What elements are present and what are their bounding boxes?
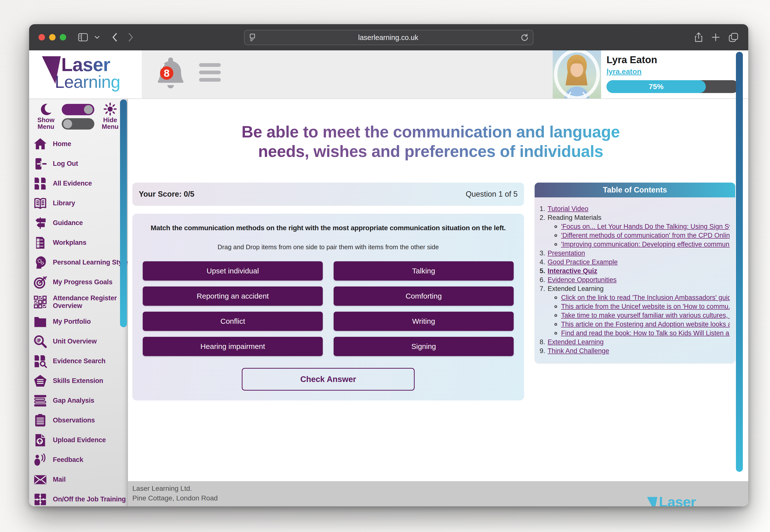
- quiz-section: Your Score: 0/5 Question 1 of 5 Match th…: [132, 183, 524, 400]
- skills-extension-icon: [33, 374, 47, 388]
- evidence-search-icon: [33, 354, 47, 368]
- quiz-method-pill[interactable]: Writing: [334, 312, 514, 331]
- toc-subitem[interactable]: 'Focus on... Let Your Hands Do the Talki…: [554, 222, 730, 231]
- logo-box: Laser Learning: [29, 50, 142, 98]
- quiz-situation-pill[interactable]: Hearing impairment: [143, 337, 323, 356]
- toc-subitem[interactable]: This article from the Unicef website is …: [554, 302, 730, 311]
- bullet-icon: [554, 332, 557, 335]
- table-of-contents: Table of Contents 1.Tutorial Video2.Read…: [535, 183, 735, 363]
- toc-item-good-practice-example[interactable]: 4.Good Practice Example: [539, 258, 730, 266]
- toc-item-interactive-quiz[interactable]: 5.Interactive Quiz: [539, 266, 730, 275]
- hide-menu-toggle[interactable]: [62, 118, 94, 130]
- close-window-button[interactable]: [38, 34, 45, 40]
- sidebar-item-my-progress-goals[interactable]: My Progress Goals: [29, 272, 128, 292]
- quiz-subinstruction: Drag and Drop items from one side to pai…: [140, 243, 517, 251]
- sidebar-item-all-evidence[interactable]: All Evidence: [29, 174, 128, 193]
- avatar[interactable]: [553, 50, 601, 98]
- sidebar-item-observations[interactable]: Observations: [29, 411, 128, 430]
- sidebar-item-library[interactable]: Library: [29, 193, 128, 213]
- toc-subitem[interactable]: Click on the link to read 'The Inclusion…: [554, 293, 730, 302]
- show-menu-toggle[interactable]: [62, 104, 94, 115]
- quiz-situation-pill[interactable]: Upset individual: [143, 261, 323, 281]
- progress-goals-icon: [33, 275, 47, 289]
- quiz-situation-pill[interactable]: Reporting an accident: [143, 286, 323, 306]
- job-training-icon: [33, 492, 47, 506]
- sidebar-item-unit-overview[interactable]: Unit Overview: [29, 332, 128, 351]
- sidebar-item-feedback[interactable]: Feedback: [29, 450, 128, 470]
- sidebar-panel-icon[interactable]: [78, 33, 88, 41]
- sidebar-item-label: Log Out: [53, 160, 128, 167]
- sidebar-item-workplans[interactable]: Workplans: [29, 233, 128, 253]
- sidebar-item-label: Gap Analysis: [53, 397, 128, 404]
- toc-item-reading-materials: 2.Reading Materials: [539, 213, 730, 222]
- check-answer-button[interactable]: Check Answer: [242, 368, 415, 391]
- quiz-question-counter: Question 1 of 5: [466, 190, 517, 199]
- back-icon[interactable]: [112, 33, 117, 42]
- sidebar-item-attendance-register-overview[interactable]: Attendance Register Overview: [29, 292, 128, 312]
- page-settings-icon[interactable]: [249, 33, 256, 42]
- sidebar-scrollbar-thumb[interactable]: [120, 99, 127, 327]
- footer-company: Laser Learning Ltd.: [132, 484, 748, 493]
- toc-subitem[interactable]: 'Different methods of communication' fro…: [554, 231, 730, 240]
- quiz-situation-pill[interactable]: Conflict: [143, 312, 323, 331]
- toc-item-tutorial-video[interactable]: 1.Tutorial Video: [539, 204, 730, 213]
- footer-logo: Laser: [647, 497, 696, 506]
- hamburger-menu-icon[interactable]: [199, 63, 221, 82]
- toc-item-presentation[interactable]: 3.Presentation: [539, 249, 730, 258]
- tabs-overview-icon[interactable]: [729, 33, 738, 42]
- sidebar-item-label: Feedback: [53, 456, 128, 463]
- toc-item-think-and-challenge[interactable]: 9.Think And Challenge: [539, 346, 730, 355]
- bullet-icon: [554, 314, 557, 317]
- sidebar-item-home[interactable]: Home: [29, 134, 128, 154]
- menu-controls: Show Menu Hide Menu: [29, 99, 128, 130]
- page-content: Laser Learning 8: [29, 50, 748, 506]
- chevron-down-icon[interactable]: [94, 36, 100, 39]
- notifications-button[interactable]: 8: [155, 56, 186, 93]
- sidebar-item-personal-learning-style[interactable]: Personal Learning Style: [29, 253, 128, 272]
- portfolio-icon: [33, 315, 47, 329]
- sidebar-menu: HomeLog OutAll EvidenceLibraryGuidanceWo…: [29, 134, 128, 506]
- page-title: Be able to meet the communication and la…: [128, 122, 733, 161]
- new-tab-icon[interactable]: [711, 33, 720, 42]
- sidebar: Show Menu Hide Menu HomeLog OutAll: [29, 99, 128, 506]
- reload-icon[interactable]: [520, 33, 528, 42]
- toc-item-extended-learning[interactable]: 8.Extended Learning: [539, 338, 730, 346]
- sidebar-item-label: Observations: [53, 417, 128, 424]
- page-scrollbar-thumb[interactable]: [736, 52, 743, 472]
- quiz-pairs-grid: Upset individualTalkingReporting an acci…: [140, 261, 517, 356]
- sidebar-item-upload-evidence[interactable]: Upload Evidence: [29, 430, 128, 450]
- bullet-icon: [554, 243, 557, 246]
- bell-icon: 8: [155, 56, 186, 93]
- maximize-window-button[interactable]: [60, 34, 66, 40]
- sidebar-item-my-portfolio[interactable]: My Portfolio: [29, 312, 128, 332]
- toc-subitem[interactable]: 'Improving communication: Developing eff…: [554, 240, 730, 249]
- share-icon[interactable]: [694, 32, 703, 42]
- sidebar-item-on-off-the-job-training[interactable]: On/Off the Job Training: [29, 490, 128, 506]
- toc-item-evidence-opportunities[interactable]: 6.Evidence Opportunities: [539, 275, 730, 284]
- window-controls: [38, 34, 66, 40]
- laser-learning-logo[interactable]: Laser Learning: [42, 56, 136, 93]
- toc-subitem[interactable]: Find and read the book: How to Talk so K…: [554, 329, 730, 338]
- forward-icon[interactable]: [128, 33, 134, 42]
- quiz-method-pill[interactable]: Comforting: [334, 286, 514, 306]
- toc-list: 1.Tutorial Video2.Reading Materials'Focu…: [535, 197, 735, 363]
- sidebar-item-log-out[interactable]: Log Out: [29, 154, 128, 174]
- learning-style-icon: [33, 255, 47, 270]
- url-text[interactable]: laserlearning.co.uk: [256, 34, 520, 42]
- quiz-method-pill[interactable]: Talking: [334, 261, 514, 281]
- sidebar-item-evidence-search[interactable]: Evidence Search: [29, 351, 128, 371]
- hide-menu-label: Hide Menu: [98, 117, 122, 130]
- toc-subitem[interactable]: This article on the Fostering and Adopti…: [554, 320, 730, 329]
- sidebar-item-mail[interactable]: Mail: [29, 470, 128, 490]
- minimize-window-button[interactable]: [49, 34, 56, 40]
- quiz-method-pill[interactable]: Signing: [334, 337, 514, 356]
- sidebar-item-gap-analysis[interactable]: Gap Analysis: [29, 391, 128, 411]
- site-header: Laser Learning 8: [29, 50, 748, 99]
- address-bar[interactable]: laserlearning.co.uk: [244, 30, 533, 45]
- sidebar-item-guidance[interactable]: Guidance: [29, 213, 128, 233]
- unit-overview-icon: [33, 334, 47, 349]
- bullet-icon: [554, 225, 557, 228]
- toc-subitem[interactable]: Take time to make yourself familiar with…: [554, 311, 730, 320]
- sidebar-item-skills-extension[interactable]: Skills Extension: [29, 371, 128, 391]
- user-profile-link[interactable]: lyra.eaton: [607, 67, 642, 76]
